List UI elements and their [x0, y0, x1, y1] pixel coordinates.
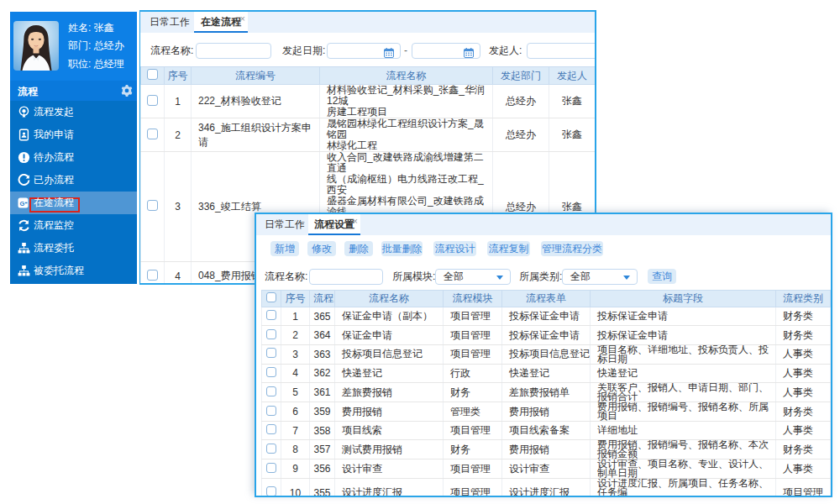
svg-text:G: G [19, 200, 24, 207]
